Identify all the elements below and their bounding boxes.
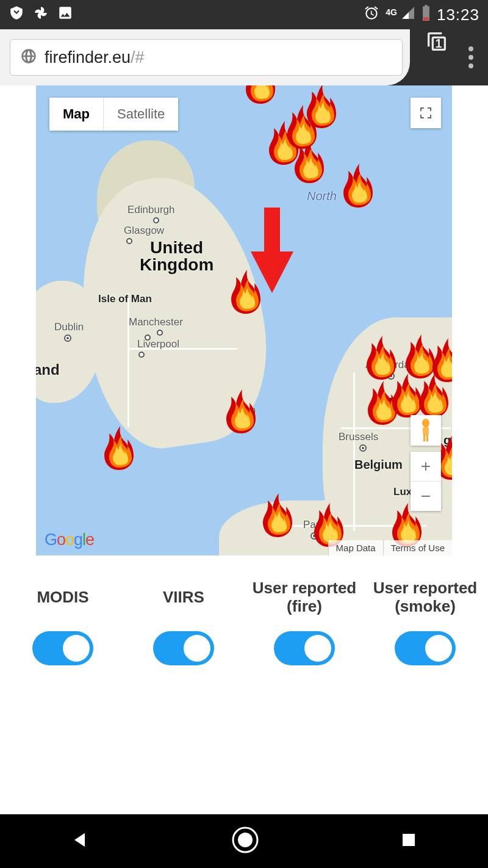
fire-marker[interactable] — [102, 426, 136, 470]
city-liverpool: Liverpool — [137, 338, 179, 350]
battery-icon — [422, 5, 431, 25]
svg-rect-1 — [423, 427, 429, 435]
toggle-switch[interactable] — [153, 631, 214, 665]
browser-toolbar: firefinder.eu/# 1 — [0, 29, 488, 85]
photos-pinwheel-icon — [33, 5, 49, 25]
nav-back-button[interactable] — [70, 830, 91, 853]
toggle-user-reported-fire-: User reported (fire) — [244, 564, 365, 668]
toggle-switch[interactable] — [32, 631, 93, 665]
network-type-label: 4G — [386, 7, 397, 17]
toggle-label: User reported (smoke) — [365, 564, 486, 631]
map-canvas[interactable]: North United Kingdom Isle of Man Netherl… — [36, 85, 452, 555]
tab-switcher-button[interactable]: 1 — [425, 29, 449, 54]
city-dublin: Dublin — [54, 321, 84, 333]
toggle-label: VIIRS — [123, 564, 244, 631]
browser-menu-button[interactable] — [464, 29, 488, 85]
map-attribution: Map Data Terms of Use — [328, 540, 452, 555]
url-bar[interactable]: firefinder.eu/# — [10, 39, 403, 76]
city-manchester: Manchester — [129, 316, 183, 328]
alarm-icon — [364, 5, 379, 25]
zoom-out-button[interactable]: − — [411, 482, 441, 511]
nav-home-button[interactable] — [231, 826, 259, 856]
avast-icon — [9, 5, 24, 25]
fire-marker[interactable] — [430, 338, 452, 382]
toggle-modis: MODIS — [2, 564, 123, 668]
fire-marker[interactable] — [224, 389, 258, 433]
city-edinburgh: Edinburgh — [127, 204, 175, 216]
city-glasgow: Glasgow — [124, 225, 164, 237]
image-icon — [57, 5, 73, 25]
landmass — [36, 281, 103, 403]
fire-marker[interactable] — [229, 270, 263, 314]
android-nav-bar — [0, 814, 488, 868]
map-type-switch: Map Satellite — [49, 98, 178, 131]
tab-count-label: 1 — [428, 33, 449, 54]
toggle-label: MODIS — [2, 564, 123, 631]
map-type-map[interactable]: Map — [49, 98, 103, 131]
svg-point-0 — [422, 419, 429, 427]
toggle-switch[interactable] — [274, 631, 335, 665]
toggle-viirs: VIIRS — [123, 564, 244, 668]
sea-label: North — [307, 189, 337, 203]
svg-rect-3 — [426, 435, 428, 441]
country-be-label: Belgium — [354, 458, 403, 472]
clock-label: 13:23 — [437, 5, 479, 24]
svg-rect-6 — [403, 834, 415, 846]
android-status-bar: 4G 13:23 — [0, 0, 488, 29]
map-type-satellite[interactable]: Satellite — [104, 98, 178, 131]
country-ire-fragment: and — [36, 361, 60, 378]
toggle-user-reported-smoke-: User reported (smoke) — [365, 564, 486, 668]
country-lux-label: Lux — [393, 486, 412, 498]
zoom-in-button[interactable]: + — [411, 452, 441, 481]
fire-marker[interactable] — [304, 85, 339, 128]
signal-icon — [401, 5, 415, 24]
globe-icon — [20, 48, 37, 67]
fire-marker[interactable] — [260, 493, 295, 537]
country-uk-label: United Kingdom — [140, 239, 214, 273]
city-brussels: Brussels — [339, 431, 378, 443]
url-text: firefinder.eu/# — [45, 48, 145, 67]
zoom-control: + − — [411, 452, 441, 511]
streetview-pegman[interactable] — [411, 415, 441, 446]
layer-toggles: MODISVIIRSUser reported (fire)User repor… — [0, 555, 488, 668]
country-iom-label: Isle of Man — [98, 293, 152, 305]
terms-link[interactable]: Terms of Use — [383, 540, 452, 555]
fire-marker[interactable] — [243, 85, 278, 104]
toggle-label: User reported (fire) — [244, 564, 365, 631]
svg-point-5 — [238, 833, 253, 847]
google-logo: Google — [45, 530, 94, 549]
fullscreen-button[interactable] — [411, 98, 441, 128]
fire-marker[interactable] — [341, 164, 375, 208]
map-data-link[interactable]: Map Data — [328, 540, 383, 555]
toggle-switch[interactable] — [395, 631, 456, 665]
nav-recents-button[interactable] — [400, 831, 418, 852]
svg-rect-2 — [423, 435, 425, 441]
